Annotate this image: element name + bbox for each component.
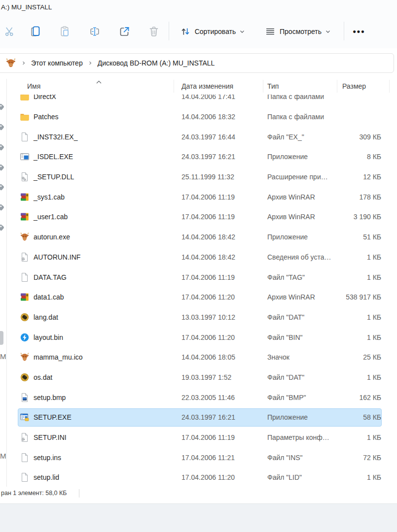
copy-icon <box>30 26 41 37</box>
address-bar[interactable]: Этот компьютер Дисковод BD-ROM (A:) MU_I… <box>0 53 394 73</box>
table-row[interactable]: _SETUP.DLL25.11.1999 11:32Расширение при… <box>0 167 397 187</box>
column-header-date[interactable]: Дата изменения <box>181 82 233 90</box>
navpane-scrollbar-fragment[interactable] <box>0 331 3 345</box>
window-title: A:) MU_INSTALL <box>1 3 52 11</box>
file-size: 25 КБ <box>318 353 381 361</box>
file-date: 14.04.2006 17:41 <box>181 95 235 100</box>
table-row[interactable]: data1.cab17.04.2006 11:20Архив WinRAR538… <box>0 287 397 307</box>
table-row[interactable]: os.dat19.03.1997 1:52Файл "DAT"1 КБ <box>0 367 397 388</box>
winrar-icon <box>20 212 30 222</box>
sort-button[interactable]: Сортировать <box>176 22 250 41</box>
file-name: Patches <box>34 113 59 121</box>
breadcrumb-this-pc[interactable]: Этот компьютер <box>28 57 86 69</box>
table-row[interactable]: SETUP.EXE24.03.1997 16:21Приложение58 КБ <box>0 407 397 428</box>
status-bar: ран 1 элемент: 58,0 КБ <box>0 488 397 499</box>
column-header-size[interactable]: Размер <box>342 82 366 90</box>
table-row[interactable]: DirectX14.04.2006 17:41Папка с файлами <box>0 95 397 107</box>
column-divider[interactable] <box>174 80 174 93</box>
file-list: DirectX14.04.2006 17:41Папка с файламиPa… <box>0 95 397 488</box>
file-name: mamma_mu.ico <box>34 353 83 361</box>
toolbar-divider <box>344 22 344 40</box>
file-name: _sys1.cab <box>34 193 65 201</box>
rename-button[interactable] <box>85 22 105 41</box>
column-header-type[interactable]: Тип <box>267 82 279 90</box>
file-name: DirectX <box>34 95 56 100</box>
table-row[interactable]: setup.lid17.04.2006 11:20Файл "LID"1 КБ <box>0 467 397 488</box>
cut-icon <box>4 26 16 37</box>
cow-icon <box>20 232 30 242</box>
paste-button[interactable] <box>55 22 75 41</box>
copy-button[interactable] <box>26 22 45 41</box>
file-name: SETUP.EXE <box>34 413 72 421</box>
paste-icon <box>59 26 71 37</box>
file-size: 12 КБ <box>318 173 381 181</box>
imagepage-icon <box>20 393 30 402</box>
table-row[interactable]: _INST32I.EX_24.03.1997 16:44Файл "EX_"30… <box>0 127 397 147</box>
chevron-down-icon <box>325 29 331 34</box>
file-type: Значок <box>267 353 289 361</box>
toolbar-divider <box>169 22 169 40</box>
column-divider[interactable] <box>337 80 337 93</box>
table-row[interactable]: _ISDEL.EXE24.03.1997 16:21Приложение8 КБ <box>0 147 397 167</box>
winrar-icon <box>20 192 30 202</box>
table-row[interactable]: SETUP.INI17.04.2006 11:19Параметры конф…… <box>0 428 397 448</box>
shutter-icon <box>20 312 30 322</box>
file-date: 17.04.2006 11:20 <box>181 333 235 341</box>
table-row[interactable]: autorun.exe14.04.2006 18:42Приложение51 … <box>0 227 397 247</box>
status-divider <box>79 489 79 498</box>
breadcrumb-drive[interactable]: Дисковод BD-ROM (A:) MU_INSTALL <box>95 57 218 69</box>
file-date: 14.04.2006 18:42 <box>181 233 235 241</box>
table-row[interactable]: _user1.cab17.04.2006 11:19Архив WinRAR3 … <box>0 207 397 227</box>
column-divider[interactable] <box>263 80 263 93</box>
table-row[interactable]: setup.bmp22.03.2005 11:46Файл "BMP"162 К… <box>0 387 397 407</box>
table-row[interactable]: Patches14.04.2006 18:32Папка с файлами <box>0 107 397 127</box>
page-icon <box>20 132 30 142</box>
table-row[interactable]: layout.bin17.04.2006 11:20Файл "BIN"1 КБ <box>0 327 397 347</box>
file-date: 17.04.2006 11:20 <box>181 293 235 301</box>
table-row[interactable]: mamma_mu.ico14.04.2006 18:05Значок25 КБ <box>0 347 397 367</box>
command-toolbar: Сортировать Просмотреть ••• <box>0 15 397 49</box>
file-date: 17.04.2006 11:19 <box>181 433 235 441</box>
file-size: 162 КБ <box>318 394 381 401</box>
more-icon: ••• <box>353 27 365 37</box>
page-icon <box>20 272 30 282</box>
file-name: _user1.cab <box>34 213 68 221</box>
cut-button[interactable] <box>0 22 20 41</box>
table-row[interactable]: DATA.TAG17.04.2006 11:19Файл "TAG"1 КБ <box>0 267 397 287</box>
more-options-button[interactable]: ••• <box>348 22 370 41</box>
table-row[interactable]: setup.ins17.04.2006 11:21Файл "INS"72 КБ <box>0 447 397 467</box>
view-button-label: Просмотреть <box>280 28 322 35</box>
file-date: 13.03.1997 10:12 <box>181 313 235 321</box>
file-type: Папка с файлами <box>267 95 324 100</box>
winrar-icon <box>20 292 30 302</box>
gearpage-icon <box>20 432 30 442</box>
file-name: _ISDEL.EXE <box>34 153 73 161</box>
column-header-name[interactable]: Имя <box>27 82 40 90</box>
explorer-window: A:) MU_INSTALL Сортировать Просмотр <box>0 0 397 532</box>
file-date: 22.03.2005 11:46 <box>181 394 235 401</box>
file-size: 58 КБ <box>318 413 381 421</box>
file-name: autorun.exe <box>34 233 70 241</box>
file-type: Архив WinRAR <box>267 293 315 301</box>
file-date: 14.04.2006 18:32 <box>181 113 235 121</box>
column-divider[interactable] <box>389 80 390 93</box>
file-date: 17.04.2006 11:19 <box>181 193 235 201</box>
file-type: Приложение <box>267 413 308 421</box>
breadcrumb-chevron-icon <box>21 61 26 66</box>
bolt-icon <box>20 332 30 342</box>
title-bar[interactable]: A:) MU_INSTALL <box>0 0 397 15</box>
file-name: data1.cab <box>34 293 64 301</box>
sort-button-label: Сортировать <box>195 28 236 35</box>
delete-button[interactable] <box>144 22 164 41</box>
navpane-text-fragment: M <box>0 452 6 460</box>
share-button[interactable] <box>114 22 134 41</box>
selection-status: ран 1 элемент: 58,0 КБ <box>1 490 67 497</box>
table-row[interactable]: _sys1.cab17.04.2006 11:19Архив WinRAR178… <box>0 187 397 207</box>
cow-icon <box>20 352 30 362</box>
table-row[interactable]: lang.dat13.03.1997 10:12Файл "DAT"1 КБ <box>0 307 397 328</box>
file-size: 51 КБ <box>318 233 381 241</box>
sort-icon <box>180 26 191 37</box>
view-button[interactable]: Просмотреть <box>258 22 337 41</box>
file-type: Файл "DAT" <box>267 313 304 321</box>
table-row[interactable]: AUTORUN.INF14.04.2006 18:42Сведения об у… <box>0 247 397 267</box>
